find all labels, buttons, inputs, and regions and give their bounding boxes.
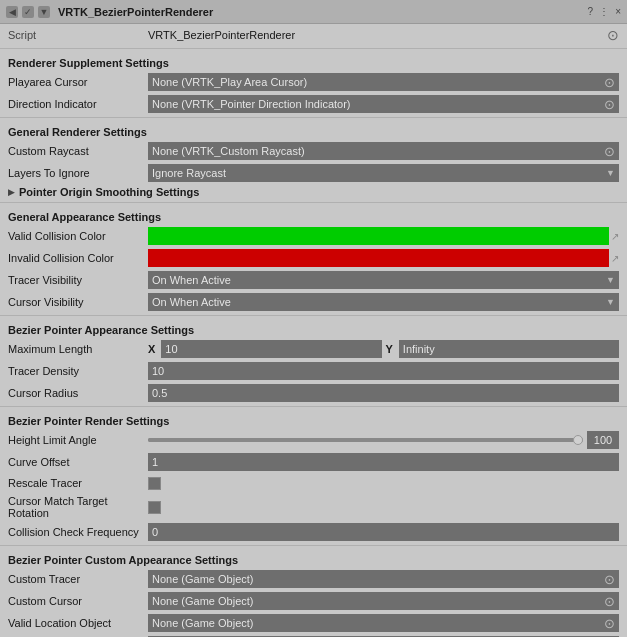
- script-circle-icon[interactable]: ⊙: [607, 27, 619, 43]
- height-limit-slider-thumb[interactable]: [573, 435, 583, 445]
- row-curve-offset: Curve Offset: [0, 451, 627, 473]
- rescale-tracer-checkbox[interactable]: [148, 477, 161, 490]
- row-cursor-match-target: Cursor Match Target Rotation: [0, 493, 627, 521]
- script-label: Script: [8, 29, 148, 41]
- custom-cursor-field[interactable]: None (Game Object) ⊙: [148, 592, 619, 610]
- control-curve-offset: [148, 453, 619, 471]
- icon-dropdown[interactable]: ▼: [38, 6, 50, 18]
- tracer-density-input[interactable]: [148, 362, 619, 380]
- title-bar-icons: ◀ ✓ ▼: [6, 6, 50, 18]
- label-cursor-match-target: Cursor Match Target Rotation: [8, 495, 148, 519]
- playarea-cursor-value: None (VRTK_Play Area Cursor): [152, 76, 307, 88]
- row-valid-collision-color: Valid Collision Color ↗: [0, 225, 627, 247]
- cursor-visibility-arrow-icon: ▼: [606, 297, 615, 307]
- cursor-match-target-checkbox[interactable]: [148, 501, 161, 514]
- row-cursor-visibility: Cursor Visibility On When Active ▼: [0, 291, 627, 313]
- help-icon[interactable]: ?: [588, 6, 594, 17]
- control-height-limit-angle: 100: [148, 431, 619, 449]
- valid-collision-color-field[interactable]: ↗: [148, 227, 619, 245]
- row-direction-indicator: Direction Indicator None (VRTK_Pointer D…: [0, 93, 627, 115]
- row-custom-tracer: Custom Tracer None (Game Object) ⊙: [0, 568, 627, 590]
- invalid-collision-color-bar[interactable]: [148, 249, 609, 267]
- label-tracer-visibility: Tracer Visibility: [8, 274, 148, 286]
- label-invalid-collision-color: Invalid Collision Color: [8, 252, 148, 264]
- height-limit-value: 100: [587, 431, 619, 449]
- row-layers-to-ignore: Layers To Ignore Ignore Raycast ▼: [0, 162, 627, 184]
- row-tracer-density: Tracer Density: [0, 360, 627, 382]
- label-rescale-tracer: Rescale Tracer: [8, 477, 148, 489]
- layers-to-ignore-dropdown[interactable]: Ignore Raycast ▼: [148, 164, 619, 182]
- custom-raycast-field[interactable]: None (VRTK_Custom Raycast) ⊙: [148, 142, 619, 160]
- title-bar-actions: ? ⋮ ×: [588, 6, 621, 17]
- icon-back[interactable]: ◀: [6, 6, 18, 18]
- maximum-length-x-input[interactable]: [161, 340, 381, 358]
- row-custom-raycast: Custom Raycast None (VRTK_Custom Raycast…: [0, 140, 627, 162]
- tracer-visibility-value: On When Active: [152, 274, 231, 286]
- row-collision-check-frequency: Collision Check Frequency: [0, 521, 627, 543]
- direction-indicator-circle-icon[interactable]: ⊙: [604, 97, 615, 112]
- valid-color-edit-icon[interactable]: ↗: [611, 231, 619, 242]
- control-tracer-density: [148, 362, 619, 380]
- row-custom-cursor: Custom Cursor None (Game Object) ⊙: [0, 590, 627, 612]
- label-playarea-cursor: Playarea Cursor: [8, 76, 148, 88]
- section-general-appearance: General Appearance Settings: [0, 205, 627, 225]
- tracer-visibility-arrow-icon: ▼: [606, 275, 615, 285]
- control-layers-to-ignore: Ignore Raycast ▼: [148, 164, 619, 182]
- label-height-limit-angle: Height Limit Angle: [8, 434, 148, 446]
- valid-location-object-field[interactable]: None (Game Object) ⊙: [148, 614, 619, 632]
- section-renderer-supplement: Renderer Supplement Settings: [0, 51, 627, 71]
- row-pointer-origin[interactable]: ▶ Pointer Origin Smoothing Settings: [0, 184, 627, 200]
- control-custom-raycast: None (VRTK_Custom Raycast) ⊙: [148, 142, 619, 160]
- script-value: VRTK_BezierPointerRenderer: [148, 29, 607, 41]
- direction-indicator-field[interactable]: None (VRTK_Pointer Direction Indicator) …: [148, 95, 619, 113]
- label-custom-cursor: Custom Cursor: [8, 595, 148, 607]
- custom-cursor-value: None (Game Object): [152, 595, 253, 607]
- title-bar: ◀ ✓ ▼ VRTK_BezierPointerRenderer ? ⋮ ×: [0, 0, 627, 24]
- close-icon[interactable]: ×: [615, 6, 621, 17]
- cursor-visibility-dropdown[interactable]: On When Active ▼: [148, 293, 619, 311]
- row-rescale-tracer: Rescale Tracer: [0, 473, 627, 493]
- foldout-arrow-icon: ▶: [8, 187, 15, 197]
- icon-check[interactable]: ✓: [22, 6, 34, 18]
- label-tracer-density: Tracer Density: [8, 365, 148, 377]
- valid-location-circle-icon[interactable]: ⊙: [604, 616, 615, 631]
- custom-tracer-circle-icon[interactable]: ⊙: [604, 572, 615, 587]
- maximum-length-y-input[interactable]: [399, 340, 619, 358]
- custom-raycast-value: None (VRTK_Custom Raycast): [152, 145, 305, 157]
- playarea-cursor-field[interactable]: None (VRTK_Play Area Cursor) ⊙: [148, 73, 619, 91]
- control-direction-indicator: None (VRTK_Pointer Direction Indicator) …: [148, 95, 619, 113]
- invalid-collision-color-field[interactable]: ↗: [148, 249, 619, 267]
- control-invalid-collision-color: ↗: [148, 249, 619, 267]
- section-bezier-appearance: Bezier Pointer Appearance Settings: [0, 318, 627, 338]
- height-limit-slider-container: 100: [148, 431, 619, 449]
- custom-tracer-value: None (Game Object): [152, 573, 253, 585]
- custom-raycast-circle-icon[interactable]: ⊙: [604, 144, 615, 159]
- control-cursor-match-target: [148, 501, 619, 514]
- menu-icon[interactable]: ⋮: [599, 6, 609, 17]
- tracer-visibility-dropdown[interactable]: On When Active ▼: [148, 271, 619, 289]
- label-valid-location-object: Valid Location Object: [8, 617, 148, 629]
- control-playarea-cursor: None (VRTK_Play Area Cursor) ⊙: [148, 73, 619, 91]
- control-rescale-tracer: [148, 477, 619, 490]
- direction-indicator-value: None (VRTK_Pointer Direction Indicator): [152, 98, 351, 110]
- control-custom-cursor: None (Game Object) ⊙: [148, 592, 619, 610]
- control-tracer-visibility: On When Active ▼: [148, 271, 619, 289]
- control-custom-tracer: None (Game Object) ⊙: [148, 570, 619, 588]
- layers-to-ignore-value: Ignore Raycast: [152, 167, 226, 179]
- curve-offset-input[interactable]: [148, 453, 619, 471]
- height-limit-slider-track[interactable]: [148, 438, 583, 442]
- label-layers-to-ignore: Layers To Ignore: [8, 167, 148, 179]
- control-collision-check-frequency: [148, 523, 619, 541]
- row-cursor-radius: Cursor Radius: [0, 382, 627, 404]
- label-collision-check-frequency: Collision Check Frequency: [8, 526, 148, 538]
- cursor-radius-input[interactable]: [148, 384, 619, 402]
- label-cursor-radius: Cursor Radius: [8, 387, 148, 399]
- custom-tracer-field[interactable]: None (Game Object) ⊙: [148, 570, 619, 588]
- invalid-color-edit-icon[interactable]: ↗: [611, 253, 619, 264]
- row-invalid-collision-color: Invalid Collision Color ↗: [0, 247, 627, 269]
- control-maximum-length: X Y: [148, 340, 619, 358]
- custom-cursor-circle-icon[interactable]: ⊙: [604, 594, 615, 609]
- valid-collision-color-bar[interactable]: [148, 227, 609, 245]
- playarea-cursor-circle-icon[interactable]: ⊙: [604, 75, 615, 90]
- collision-check-frequency-input[interactable]: [148, 523, 619, 541]
